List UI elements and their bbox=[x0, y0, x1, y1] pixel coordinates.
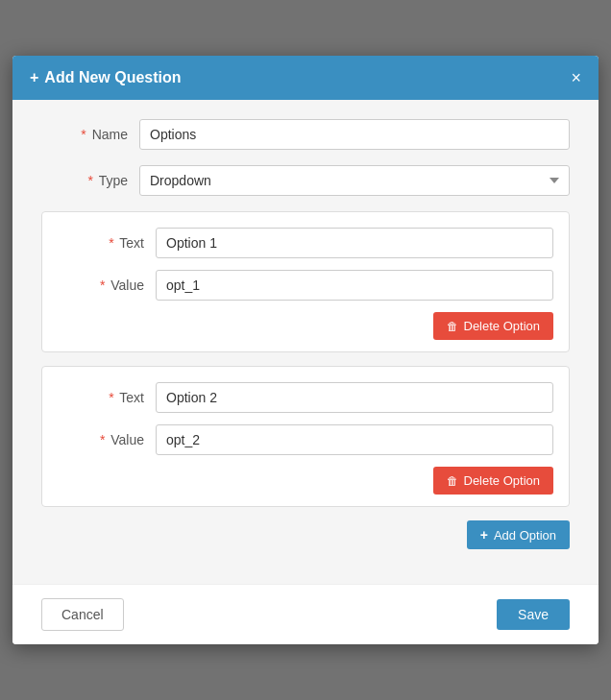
add-option-row: + Add Option bbox=[41, 520, 570, 549]
option1-delete-button[interactable]: 🗑 Delete Option bbox=[433, 312, 554, 340]
modal-header: + Add New Question × bbox=[12, 56, 599, 100]
option-card-1: * Text * Value 🗑 Delete Option bbox=[41, 211, 570, 352]
option1-value-label-text: Value bbox=[110, 278, 144, 293]
option2-value-label: * Value bbox=[58, 432, 144, 447]
option2-delete-label: Delete Option bbox=[464, 473, 541, 488]
type-required: * bbox=[88, 173, 93, 188]
option2-text-required: * bbox=[109, 390, 113, 405]
option1-value-input[interactable] bbox=[156, 270, 553, 301]
trash-icon-1: 🗑 bbox=[447, 320, 458, 333]
option2-delete-row: 🗑 Delete Option bbox=[58, 467, 553, 495]
modal-footer: Cancel Save bbox=[12, 584, 599, 644]
modal: + Add New Question × * Name * Type bbox=[12, 56, 599, 644]
option1-delete-row: 🗑 Delete Option bbox=[58, 312, 553, 340]
name-label-text: Name bbox=[92, 127, 128, 142]
type-label-text: Type bbox=[99, 173, 128, 188]
option2-delete-button[interactable]: 🗑 Delete Option bbox=[433, 467, 554, 495]
name-required: * bbox=[81, 127, 86, 142]
add-option-plus-icon: + bbox=[480, 527, 488, 543]
save-button[interactable]: Save bbox=[497, 599, 570, 630]
cancel-button[interactable]: Cancel bbox=[41, 598, 124, 631]
overlay: + Add New Question × * Name * Type bbox=[0, 0, 611, 700]
type-row: * Type Dropdown Text Number Checkbox bbox=[41, 165, 570, 196]
modal-body: * Name * Type Dropdown Text Number Check… bbox=[12, 100, 599, 584]
option2-text-label-text: Text bbox=[119, 390, 144, 405]
add-option-label: Add Option bbox=[494, 528, 556, 543]
option2-text-row: * Text bbox=[58, 382, 553, 413]
modal-title-text: Add New Question bbox=[44, 69, 181, 86]
option2-text-input[interactable] bbox=[156, 382, 553, 413]
option1-delete-label: Delete Option bbox=[464, 319, 541, 333]
name-label: * Name bbox=[41, 127, 128, 142]
option1-text-input[interactable] bbox=[156, 228, 553, 258]
trash-icon-2: 🗑 bbox=[447, 474, 458, 488]
option2-value-label-text: Value bbox=[110, 432, 144, 447]
option1-text-required: * bbox=[109, 235, 113, 251]
option-card-2: * Text * Value 🗑 Delete Option bbox=[41, 366, 570, 507]
option1-value-required: * bbox=[100, 278, 105, 293]
option1-text-label-text: Text bbox=[119, 235, 144, 251]
type-label: * Type bbox=[41, 173, 128, 188]
option1-text-row: * Text bbox=[58, 228, 553, 258]
plus-icon: + bbox=[30, 69, 38, 86]
option1-value-row: * Value bbox=[58, 270, 553, 301]
close-button[interactable]: × bbox=[571, 69, 581, 86]
option2-value-row: * Value bbox=[58, 424, 553, 455]
name-input[interactable] bbox=[139, 119, 570, 150]
option2-text-label: * Text bbox=[58, 390, 144, 405]
modal-title: + Add New Question bbox=[30, 69, 182, 86]
option1-value-label: * Value bbox=[58, 278, 144, 293]
type-select[interactable]: Dropdown Text Number Checkbox bbox=[139, 165, 570, 196]
name-row: * Name bbox=[41, 119, 570, 150]
option2-value-required: * bbox=[100, 432, 105, 447]
option1-text-label: * Text bbox=[58, 235, 144, 251]
option2-value-input[interactable] bbox=[156, 424, 553, 455]
add-option-button[interactable]: + Add Option bbox=[467, 520, 570, 549]
